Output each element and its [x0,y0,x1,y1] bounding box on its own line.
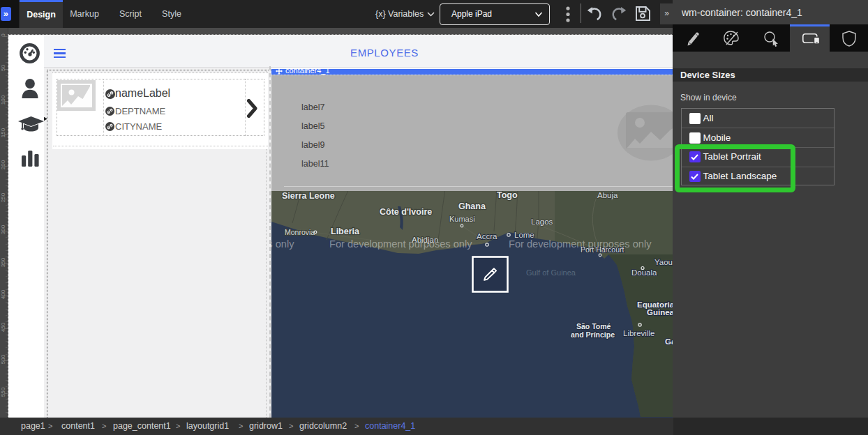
svg-text:Guinea: Guinea [647,308,673,316]
svg-text:Liberia: Liberia [331,227,360,236]
svg-text:For development purposes only: For development purposes only [509,238,652,250]
svg-text:Lagos: Lagos [531,218,553,226]
svg-text:and Príncipe: and Príncipe [571,330,615,339]
svg-text:Togo: Togo [497,191,518,200]
svg-text:Ga: Ga [665,337,673,346]
svg-text:São Tomé: São Tomé [576,322,611,330]
svg-text:Côte d'Ivoire: Côte d'Ivoire [380,207,432,217]
svg-text:Accra: Accra [477,232,497,241]
svg-text:Abuja: Abuja [597,191,618,199]
svg-text:Yaou: Yaou [654,258,673,266]
svg-text:For development purposes only: For development purposes only [271,238,294,250]
svg-text:Monrovia: Monrovia [285,228,315,236]
svg-text:Gulf of Guinea: Gulf of Guinea [526,268,576,277]
svg-text:For development purposes only: For development purposes only [329,238,472,250]
svg-text:Ghana: Ghana [458,201,486,211]
svg-text:Douala: Douala [631,268,657,277]
svg-text:Kumasi: Kumasi [449,215,475,223]
svg-text:Sierra Leone: Sierra Leone [282,191,335,201]
svg-text:Libreville: Libreville [623,329,654,337]
